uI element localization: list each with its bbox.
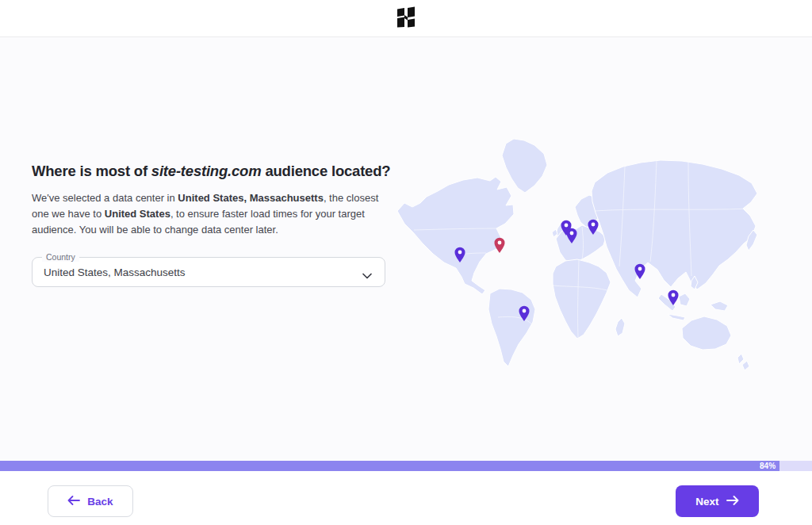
country-select[interactable]: Country United States, Massachusetts <box>32 257 385 287</box>
data-center-description: We've selected a data center in United S… <box>32 190 385 238</box>
map-pin-brazil <box>518 305 530 322</box>
page-title-suffix: audience located? <box>261 163 390 179</box>
arrow-right-icon <box>726 496 739 508</box>
map-pin-usa-east-massachusetts <box>493 236 506 254</box>
audience-location-panel: Where is most of site-testing.com audien… <box>32 163 385 287</box>
arrow-left-icon <box>67 496 80 508</box>
progress-bar-track: 84% <box>0 461 812 471</box>
page-title-prefix: Where is most of <box>32 163 151 179</box>
map-pin-netherlands <box>565 227 578 244</box>
description-bold-text: United States, Massachusetts <box>178 192 324 204</box>
world-map-continents <box>395 133 768 373</box>
next-button[interactable]: Next <box>676 485 759 517</box>
back-button[interactable]: Back <box>48 485 133 517</box>
hostinger-logo-icon <box>397 6 415 31</box>
app-header <box>0 0 812 37</box>
description-text: We've selected a data center in <box>32 192 178 204</box>
progress-bar-fill: 84% <box>0 461 779 471</box>
chevron-down-icon <box>362 269 373 283</box>
map-pin-lithuania <box>587 218 599 236</box>
map-pin-india <box>634 262 646 280</box>
back-button-label: Back <box>87 496 113 508</box>
map-pin-usa-west <box>454 246 466 263</box>
page-title: Where is most of site-testing.com audien… <box>32 163 385 180</box>
footer: Back Next <box>0 471 812 525</box>
onboarding-screen: Where is most of site-testing.com audien… <box>0 0 812 525</box>
next-button-label: Next <box>695 496 718 508</box>
world-map <box>395 133 768 373</box>
description-bold-text: United States <box>105 208 170 220</box>
site-domain: site-testing.com <box>151 163 262 179</box>
country-select-value: United States, Massachusetts <box>44 266 186 278</box>
country-select-label: Country <box>42 252 79 262</box>
progress-percent-label: 84% <box>760 462 776 470</box>
map-pin-singapore <box>667 289 680 306</box>
